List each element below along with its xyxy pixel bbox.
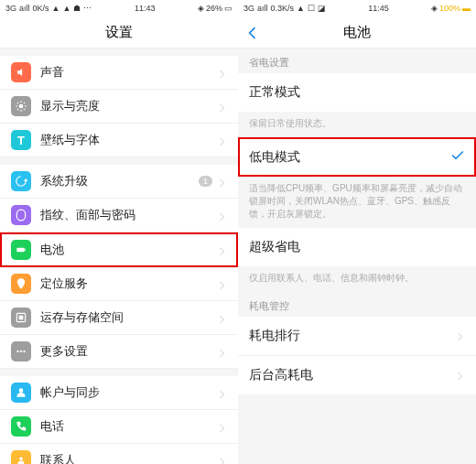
chevron-right-icon bbox=[216, 387, 227, 398]
page-title: 电池 bbox=[343, 24, 371, 41]
display-icon bbox=[11, 96, 31, 116]
wifi-icon: ◈ bbox=[198, 4, 204, 13]
settings-row-battery[interactable]: 电池 bbox=[0, 232, 238, 267]
settings-list[interactable]: 声音显示与亮度T壁纸与字体 系统升级1指纹、面部与密码电池定位服务运存与存储空间… bbox=[0, 49, 238, 464]
power-ranking[interactable]: 耗电排行 bbox=[238, 317, 476, 356]
status-bar: 3G aıll 0.3K/s ▲ ☐ ◪ 11:45 ◈ 100% ▬ bbox=[238, 0, 476, 16]
battery-icon bbox=[11, 240, 31, 260]
gap: ⋯ bbox=[83, 4, 92, 13]
chevron-right-icon bbox=[216, 278, 227, 289]
desc-super: 仅启用联系人、电话、信息和闹钟时钟。 bbox=[238, 266, 476, 292]
update-icon bbox=[11, 171, 31, 191]
chevron-right-icon bbox=[216, 135, 227, 146]
chevron-right-icon bbox=[216, 346, 227, 357]
account-icon bbox=[11, 383, 31, 403]
battery-icon: ▬ bbox=[462, 4, 471, 13]
dnd-icon: ☗ bbox=[73, 4, 81, 13]
settings-row-more[interactable]: 更多设置 bbox=[0, 335, 238, 369]
sim-icon: ☐ bbox=[308, 4, 315, 13]
row-label: 定位服务 bbox=[40, 275, 216, 292]
network-type: 3G bbox=[243, 4, 254, 13]
sound-icon bbox=[11, 62, 31, 82]
back-button[interactable] bbox=[245, 26, 260, 44]
chevron-right-icon bbox=[454, 330, 465, 341]
settings-row-finger[interactable]: 指纹、面部与密码 bbox=[0, 199, 238, 232]
settings-row-phone[interactable]: 电话 bbox=[0, 410, 238, 444]
row-label: 显示与亮度 bbox=[40, 98, 216, 114]
settings-row-update[interactable]: 系统升级1 bbox=[0, 165, 238, 199]
chevron-right-icon bbox=[216, 244, 227, 255]
chevron-right-icon bbox=[216, 176, 227, 187]
storage-icon bbox=[11, 308, 31, 328]
row-label: 运存与存储空间 bbox=[40, 309, 216, 326]
settings-row-contact[interactable]: 联系人 bbox=[0, 444, 238, 464]
svg-point-7 bbox=[23, 351, 25, 352]
chevron-right-icon bbox=[216, 210, 227, 221]
settings-row-display[interactable]: 显示与亮度 bbox=[0, 90, 238, 124]
battery-pct: 100% bbox=[439, 4, 460, 13]
mode-super[interactable]: 超级省电 bbox=[238, 228, 476, 266]
title-bar: 设置 bbox=[0, 16, 238, 49]
svg-rect-4 bbox=[19, 316, 24, 320]
section-power-saving: 省电设置 bbox=[238, 49, 476, 73]
row-label: 指纹、面部与密码 bbox=[40, 207, 216, 223]
row-label: 联系人 bbox=[40, 452, 216, 464]
mode-low-power[interactable]: 低电模式 bbox=[238, 137, 476, 177]
sim-icon: ▲ bbox=[62, 4, 70, 13]
svg-point-0 bbox=[19, 104, 24, 109]
settings-row-storage[interactable]: 运存与存储空间 bbox=[0, 301, 238, 335]
badge: 1 bbox=[199, 176, 212, 187]
network-type: 3G bbox=[5, 4, 16, 13]
title-bar: 电池 bbox=[238, 16, 476, 49]
net-speed: 0.3K/s bbox=[271, 4, 295, 13]
settings-row-T[interactable]: T壁纸与字体 bbox=[0, 124, 238, 157]
svg-point-9 bbox=[19, 458, 23, 461]
chevron-right-icon bbox=[216, 421, 227, 432]
row-label: 更多设置 bbox=[40, 343, 216, 360]
battery-screen: 3G aıll 0.3K/s ▲ ☐ ◪ 11:45 ◈ 100% ▬ 电池 省… bbox=[238, 0, 476, 464]
chevron-right-icon bbox=[216, 312, 227, 323]
svg-point-8 bbox=[19, 388, 24, 393]
svg-point-5 bbox=[16, 351, 18, 352]
page-title: 设置 bbox=[105, 24, 133, 41]
check-icon bbox=[450, 148, 465, 166]
power-ranking-label: 耗电排行 bbox=[249, 328, 454, 344]
row-label: 电话 bbox=[40, 418, 216, 435]
svg-rect-1 bbox=[16, 248, 24, 253]
wifi-icon: ◈ bbox=[431, 4, 438, 13]
desc-normal: 保留日常使用状态。 bbox=[238, 112, 476, 137]
chevron-right-icon bbox=[454, 370, 465, 381]
alarm-icon: ▲ bbox=[52, 4, 60, 13]
chevron-right-icon bbox=[216, 101, 227, 112]
settings-row-sound[interactable]: 声音 bbox=[0, 56, 238, 90]
battery-pct: 26% bbox=[206, 4, 222, 13]
contact-icon bbox=[11, 450, 31, 464]
location-icon bbox=[11, 274, 31, 294]
row-label: 系统升级 bbox=[40, 173, 199, 189]
clock: 11:43 bbox=[135, 4, 156, 13]
settings-row-location[interactable]: 定位服务 bbox=[0, 267, 238, 301]
svg-rect-2 bbox=[25, 249, 26, 251]
section-consumption: 耗电管控 bbox=[238, 292, 476, 317]
row-label: 电池 bbox=[40, 242, 216, 258]
settings-row-account[interactable]: 帐户与同步 bbox=[0, 376, 238, 410]
dnd-icon: ◪ bbox=[318, 4, 326, 13]
row-label: 壁纸与字体 bbox=[40, 132, 216, 148]
alarm-icon: ▲ bbox=[297, 4, 305, 13]
row-label: 帐户与同步 bbox=[40, 384, 216, 401]
background-power-label: 后台高耗电 bbox=[249, 367, 454, 383]
battery-list[interactable]: 省电设置 正常模式 保留日常使用状态。 低电模式 适当降低CPU频率、GPU频率… bbox=[238, 49, 476, 464]
mode-low-label: 低电模式 bbox=[249, 149, 450, 166]
desc-low: 适当降低CPU频率、GPU频率和屏幕亮度，减少自动锁屏时间，关闭WLAN热点、蓝… bbox=[238, 177, 476, 228]
background-power[interactable]: 后台高耗电 bbox=[238, 356, 476, 394]
svg-point-6 bbox=[20, 351, 22, 352]
settings-screen: 3G aıll 0K/s ▲ ▲ ☗ ⋯ 11:43 ◈ 26% ▭ 设置 声音… bbox=[0, 0, 238, 464]
finger-icon bbox=[11, 205, 31, 225]
more-icon bbox=[11, 341, 31, 361]
mode-super-label: 超级省电 bbox=[249, 239, 465, 255]
signal-icon: aıll bbox=[257, 4, 268, 13]
battery-icon: ▭ bbox=[224, 4, 233, 13]
mode-normal[interactable]: 正常模式 bbox=[238, 73, 476, 112]
signal-icon: aıll bbox=[19, 4, 30, 13]
status-bar: 3G aıll 0K/s ▲ ▲ ☗ ⋯ 11:43 ◈ 26% ▭ bbox=[0, 0, 238, 16]
